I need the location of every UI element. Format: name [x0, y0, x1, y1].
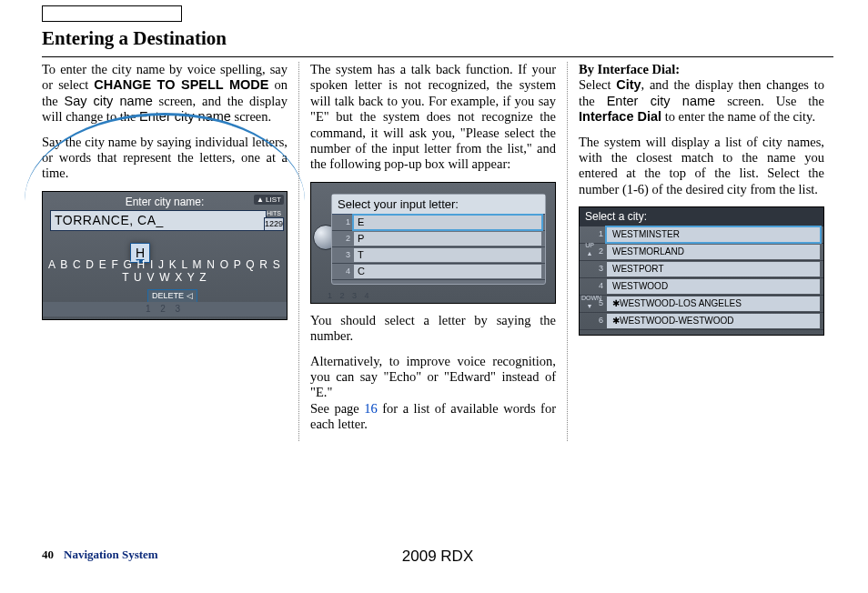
text-bold: Interface Dial	[579, 109, 661, 124]
row-number: 1	[580, 229, 607, 239]
down-scroll-icon[interactable]: DOWN ▼	[581, 295, 598, 310]
header-blank-box	[42, 5, 182, 22]
list-item[interactable]: 3 WESTPORT	[580, 261, 823, 278]
row-value: E	[354, 216, 541, 229]
row-number: 6	[580, 316, 607, 326]
up-scroll-icon[interactable]: UP ▲	[581, 242, 598, 257]
list-item[interactable]: 4 C	[332, 264, 545, 280]
column-1: To enter the city name by voice spelling…	[42, 62, 298, 441]
row-number: 3	[580, 264, 607, 274]
page-link[interactable]: 16	[364, 401, 378, 416]
list-item[interactable]: 4 WESTWOOD	[580, 278, 823, 296]
ss2-header: Select your input letter:	[332, 195, 545, 216]
row-number: 2	[332, 234, 354, 244]
screen-name: Say city name	[64, 94, 152, 108]
list-item[interactable]: 3 T	[332, 247, 545, 264]
list-item[interactable]: 2 WESTMORLAND	[580, 244, 823, 261]
page-title: Entering a Destination	[42, 27, 227, 50]
row-number: 4	[332, 266, 354, 276]
ss3-header: Select a city:	[580, 207, 823, 226]
row-number: 3	[332, 250, 354, 260]
screenshot-select-input-letter: Select your input letter: 1 E 2 P 3 T 4 …	[310, 182, 556, 304]
row-value: WESTWOOD	[607, 279, 820, 294]
screenshot-select-city: Select a city: UP ▲ DOWN ▼ 1 WESTMINSTER…	[579, 206, 824, 336]
section-name: Navigation System	[64, 548, 158, 562]
list-item[interactable]: 1 E	[332, 215, 545, 231]
row-value: WESTMORLAND	[607, 245, 820, 259]
content-columns: To enter the city name by voice spelling…	[42, 62, 833, 441]
col3-para1: By Interface Dial: Select City, and the …	[579, 62, 824, 126]
text: to enter the name of the city.	[661, 109, 815, 124]
delete-button[interactable]: DELETE ◁	[147, 289, 197, 303]
text-bold: City	[616, 77, 641, 92]
list-item[interactable]: 5 ✱WESTWOOD-LOS ANGELES	[580, 296, 823, 313]
row-number: 4	[580, 281, 607, 291]
col3-para2: The system will display a list of city n…	[579, 135, 824, 198]
text: screen.	[231, 109, 271, 124]
row-value: P	[354, 232, 541, 246]
title-rule	[42, 56, 833, 57]
list-item[interactable]: 6 ✱WESTWOOD-WESTWOOD	[580, 313, 823, 330]
text: screen. Use the	[715, 94, 824, 108]
text-bold: CHANGE TO SPELL MODE	[94, 77, 268, 92]
screenshot-enter-city-name: Enter city name: ▲ LIST TORRANCE, CA_ HI…	[42, 191, 288, 320]
column-3: By Interface Dial: Select City, and the …	[567, 62, 835, 441]
row-value: WESTPORT	[607, 262, 820, 276]
row-value: C	[354, 265, 541, 278]
number-row[interactable]: 1 2 3	[43, 302, 287, 317]
col2-para1: The system has a talk back function. If …	[310, 62, 556, 173]
col2-para2: You should select a letter by saying the…	[310, 313, 556, 345]
row-value: ✱WESTWOOD-LOS ANGELES	[607, 296, 820, 311]
col2-para3: Alternatively, to improve voice recognit…	[310, 354, 556, 433]
text: Alternatively, to improve voice recognit…	[310, 354, 556, 400]
subheading: By Interface Dial:	[579, 62, 680, 76]
screen-name: Enter city name	[607, 94, 715, 108]
column-2: The system has a talk back function. If …	[298, 62, 567, 441]
alphabet-row[interactable]: A B C D E F G H I J K L M N O P Q R S T …	[43, 258, 287, 285]
row-number: 1	[332, 217, 354, 227]
model-year: 2009 RDX	[402, 548, 473, 566]
ss2-panel: Select your input letter: 1 E 2 P 3 T 4 …	[331, 194, 546, 286]
text: Select	[579, 77, 616, 92]
row-value: WESTMINSTER	[607, 227, 820, 242]
list-item[interactable]: 1 WESTMINSTER	[580, 226, 823, 244]
page-footer: 40 Navigation System 2009 RDX	[42, 548, 833, 566]
page-number: 40	[42, 548, 54, 562]
ss2-bottom-numbers: 1 2 3 4	[328, 291, 372, 301]
row-value: T	[354, 248, 541, 262]
list-item[interactable]: 2 P	[332, 231, 545, 247]
text: See page	[310, 401, 364, 416]
row-value: ✱WESTWOOD-WESTWOOD	[607, 314, 820, 328]
